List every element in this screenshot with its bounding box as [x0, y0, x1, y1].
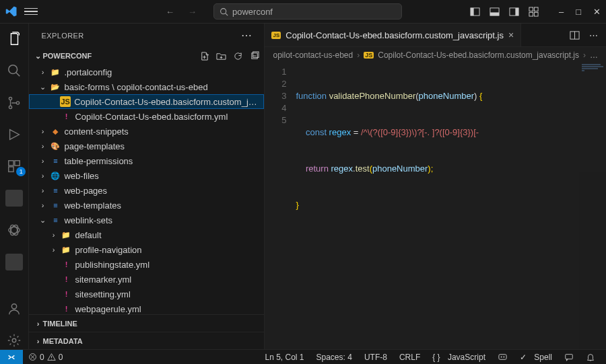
timeline-section[interactable]: › TIMELINE	[29, 314, 264, 332]
title-bar: ← → powerconf – □ ✕	[0, 0, 606, 24]
status-cursor[interactable]: Ln 5, Col 1	[259, 353, 309, 362]
svg-point-35	[503, 357, 504, 358]
activity-search-icon[interactable]	[5, 62, 23, 79]
tree-item[interactable]: !webpagerule.yml	[29, 301, 264, 314]
code-content[interactable]: function validatePhoneNumber(phoneNumber…	[296, 63, 606, 349]
folder-section-header[interactable]: ⌄ POWERCONF	[29, 47, 264, 65]
tree-item[interactable]: JSCopilot-Contact-Us-ebed.basicform.cust…	[29, 94, 264, 109]
tree-item[interactable]: ›📁.portalconfig	[29, 65, 264, 79]
status-feedback-icon[interactable]	[559, 353, 579, 362]
svg-rect-11	[534, 12, 538, 16]
activity-placeholder-2[interactable]	[5, 254, 23, 270]
activity-settings-icon[interactable]	[5, 332, 23, 349]
chevron-right-icon: ›	[33, 337, 42, 345]
nav-back-icon[interactable]: ←	[166, 7, 174, 17]
metadata-section[interactable]: › METADATA	[29, 332, 264, 349]
code-editor[interactable]: 12345 function validatePhoneNumber(phone…	[265, 63, 606, 349]
extensions-badge: 1	[16, 167, 26, 176]
activity-power-platform-icon[interactable]	[5, 221, 23, 238]
tree-item[interactable]: ›≡table-permissions	[29, 153, 264, 168]
tree-item[interactable]: ⌄≡weblink-sets	[29, 213, 264, 227]
svg-point-24	[12, 339, 16, 343]
tree-item[interactable]: !sitemarker.yml	[29, 272, 264, 287]
tree-item[interactable]: ›◆content-snippets	[29, 124, 264, 139]
tree-item[interactable]: ›≡web-pages	[29, 183, 264, 198]
new-folder-icon[interactable]	[216, 51, 226, 61]
line-gutter: 12345	[265, 63, 296, 349]
svg-point-12	[9, 65, 18, 74]
file-tree[interactable]: ›📁.portalconfig⌄📂basic-forms \ copilot-c…	[29, 65, 264, 314]
tree-item[interactable]: ›≡web-templates	[29, 198, 264, 213]
svg-point-0	[221, 8, 226, 13]
window-close-icon[interactable]: ✕	[593, 7, 601, 17]
svg-rect-26	[253, 51, 259, 57]
activity-accounts-icon[interactable]	[5, 300, 23, 317]
tree-item[interactable]: ›📁profile-navigation	[29, 242, 264, 257]
metadata-label: METADATA	[42, 337, 82, 345]
status-encoding[interactable]: UTF-8	[359, 353, 393, 362]
breadcrumb[interactable]: opilot-contact-us-ebed › JS Copilot-Cont…	[265, 47, 606, 63]
vscode-logo-icon	[5, 5, 18, 17]
window-maximize-icon[interactable]: □	[576, 7, 581, 17]
svg-point-14	[9, 97, 12, 100]
tree-item[interactable]: !publishingstate.yml	[29, 257, 264, 272]
svg-rect-19	[9, 167, 13, 172]
status-indent[interactable]: Spaces: 4	[311, 353, 358, 362]
editor-area: JS Copilot-Contact-Us-ebed.basicform.cus…	[265, 24, 606, 349]
tab-bar: JS Copilot-Contact-Us-ebed.basicform.cus…	[265, 24, 606, 47]
svg-point-16	[17, 101, 20, 104]
activity-source-control-icon[interactable]	[5, 94, 23, 111]
breadcrumb-more[interactable]: …	[590, 50, 598, 60]
status-eol[interactable]: CRLF	[394, 353, 426, 362]
activity-explorer-icon[interactable]	[5, 30, 23, 47]
svg-rect-10	[529, 12, 533, 16]
breadcrumb-seg[interactable]: Copilot-Contact-Us-ebed.basicform.custom…	[378, 50, 579, 60]
remote-indicator[interactable]	[0, 350, 23, 364]
tab-close-icon[interactable]: ×	[508, 30, 514, 40]
layout-panel-right-icon[interactable]	[509, 7, 519, 17]
refresh-icon[interactable]	[233, 51, 243, 61]
svg-rect-9	[534, 7, 538, 11]
command-center-search[interactable]: powerconf	[213, 3, 402, 20]
svg-line-1	[226, 13, 228, 15]
tree-item[interactable]: ›📁default	[29, 227, 264, 242]
explorer-more-icon[interactable]: ⋯	[241, 29, 252, 42]
hamburger-menu-icon[interactable]	[24, 8, 38, 15]
window-minimize-icon[interactable]: –	[559, 7, 564, 17]
status-problems[interactable]: 0 0	[23, 353, 68, 362]
new-file-icon[interactable]	[199, 51, 209, 61]
svg-rect-36	[566, 354, 573, 359]
tree-item[interactable]: ⌄📂basic-forms \ copilot-contact-us-ebed	[29, 79, 264, 94]
status-notifications-icon[interactable]	[580, 353, 601, 362]
tree-item[interactable]: ›🎨page-templates	[29, 139, 264, 153]
breadcrumb-seg[interactable]: opilot-contact-us-ebed	[273, 50, 353, 60]
svg-rect-17	[9, 161, 13, 166]
explorer-title: EXPLORER	[41, 32, 83, 40]
search-text: powerconf	[232, 7, 273, 17]
editor-tab[interactable]: JS Copilot-Contact-Us-ebed.basicform.cus…	[265, 24, 521, 46]
tree-item[interactable]: !Copilot-Contact-Us-ebed.basicform.yml	[29, 109, 264, 124]
status-copilot-icon[interactable]	[492, 352, 513, 362]
svg-point-34	[501, 357, 502, 358]
js-file-icon: JS	[364, 52, 374, 59]
status-spell[interactable]: ✓ Spell	[514, 353, 558, 362]
layout-panel-bottom-icon[interactable]	[490, 7, 500, 17]
split-editor-icon[interactable]	[570, 30, 580, 40]
activity-placeholder-1[interactable]	[5, 190, 23, 207]
svg-rect-7	[515, 7, 518, 15]
nav-forward-icon[interactable]: →	[188, 7, 197, 17]
activity-extensions-icon[interactable]: 1	[5, 158, 23, 175]
svg-rect-18	[15, 161, 20, 166]
svg-line-13	[16, 73, 20, 77]
layout-panel-left-icon[interactable]	[470, 7, 480, 17]
tree-item[interactable]: !sitesetting.yml	[29, 287, 264, 301]
layout-customize-icon[interactable]	[529, 7, 539, 17]
collapse-all-icon[interactable]	[250, 51, 260, 61]
svg-rect-8	[529, 7, 533, 11]
tree-item[interactable]: ›🌐web-files	[29, 168, 264, 183]
root-folder-label: POWERCONF	[42, 52, 92, 60]
status-language[interactable]: { } JavaScript	[427, 353, 491, 362]
activity-run-debug-icon[interactable]	[5, 126, 23, 143]
editor-more-icon[interactable]: ⋯	[589, 30, 598, 40]
minimap[interactable]	[579, 63, 606, 349]
